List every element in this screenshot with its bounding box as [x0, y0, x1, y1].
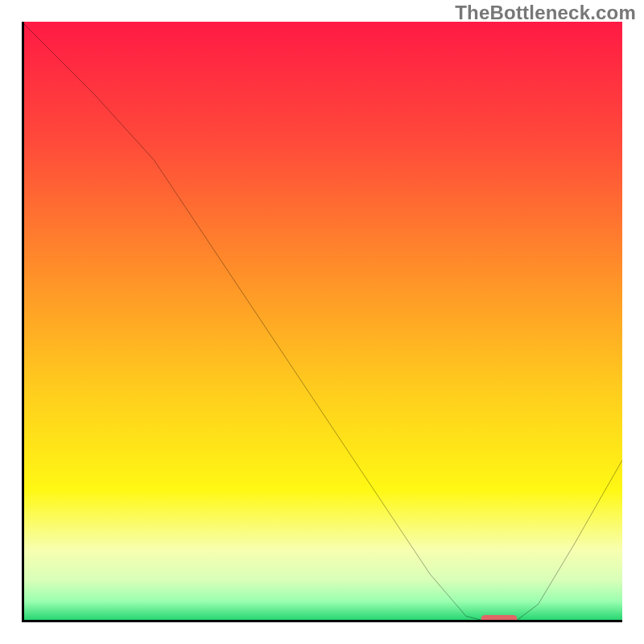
chart-container: TheBottleneck.com	[0, 0, 644, 644]
bottleneck-curve	[22, 22, 622, 622]
watermark-text: TheBottleneck.com	[455, 2, 636, 24]
plot-area	[22, 22, 622, 622]
optimal-marker	[481, 615, 518, 622]
plot-curve-layer	[22, 22, 622, 622]
